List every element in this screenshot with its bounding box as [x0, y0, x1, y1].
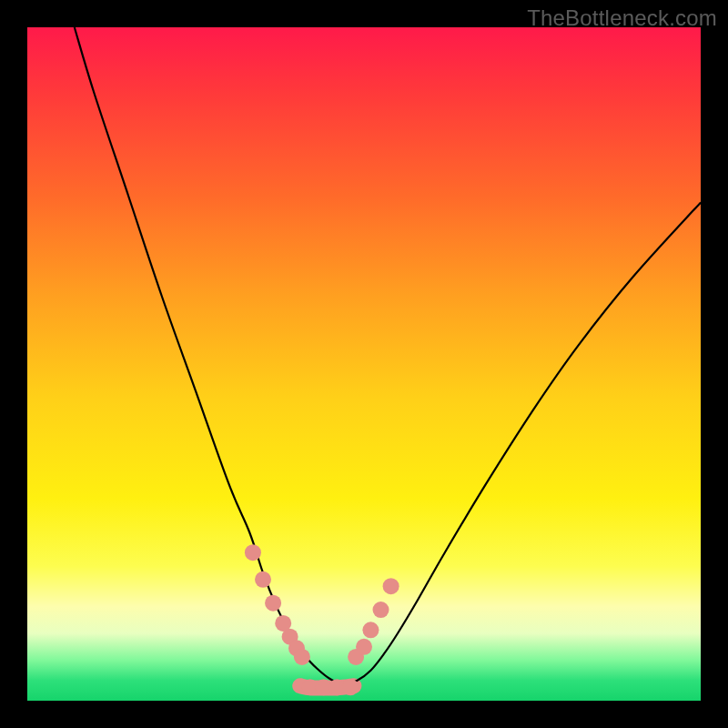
marker-dot — [383, 578, 399, 594]
marker-dot — [245, 544, 261, 561]
marker-dot — [294, 649, 310, 665]
marker-dot — [255, 571, 271, 588]
series-right-curve — [344, 202, 701, 685]
marker-dot — [373, 602, 389, 618]
chart-svg — [27, 27, 701, 701]
marker-dot — [342, 679, 359, 695]
series-left-curve — [75, 27, 344, 685]
plot-area — [27, 27, 701, 701]
marker-dot — [362, 622, 379, 638]
marker-dot — [265, 595, 281, 612]
marker-dot — [356, 639, 372, 655]
chart-frame: TheBottleneck.com — [0, 0, 728, 728]
